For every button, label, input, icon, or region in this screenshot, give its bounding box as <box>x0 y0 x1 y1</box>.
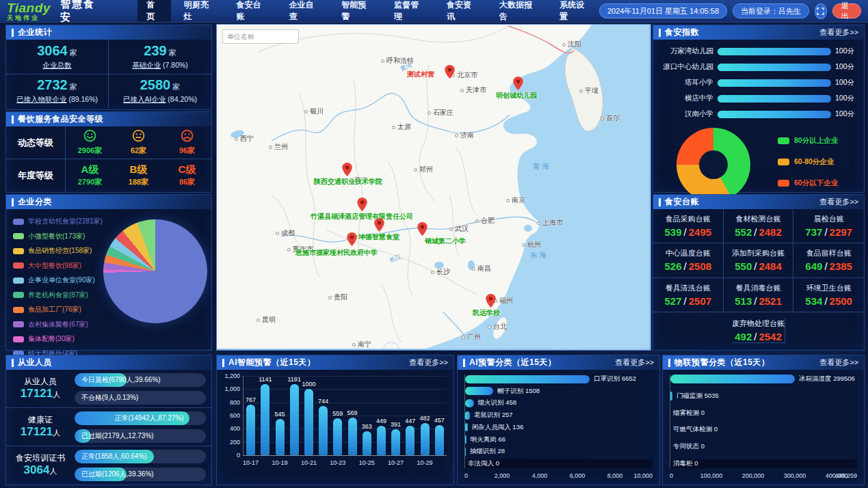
panel-staff: 从业人员 从业人员17121人今日晨检(6790人,39.66%)不合格(9人,… <box>5 355 212 485</box>
view-more-link[interactable]: 查看更多>> <box>819 27 858 38</box>
ledger-label: 餐具清洗台账 <box>666 283 711 293</box>
ledger-value: 534/2500 <box>805 295 852 307</box>
index-score-bar <box>718 79 831 87</box>
panel-header: 企业统计 <box>6 25 211 40</box>
nav-tab-2[interactable]: 明厨亮灶 <box>175 0 224 22</box>
panel-iot-category-chart: 物联预警分类（近15天） 查看更多>> 冰箱温湿度 299506门磁监测 503… <box>662 355 865 485</box>
hbar-row-1: 冰箱温湿度 299506 <box>670 375 857 383</box>
bar <box>333 418 342 455</box>
bar-value-label: 1000 <box>302 381 315 388</box>
map-pin-2[interactable] <box>513 77 523 90</box>
map-search-input[interactable] <box>222 29 299 44</box>
nav-tab-7[interactable]: 食安资讯 <box>438 0 486 22</box>
ledger-cell-10: 废弃物处理台账492/2542 <box>732 318 785 343</box>
bar-group-10-27: 39110-27 <box>391 376 401 455</box>
map-pin-5[interactable] <box>374 218 384 232</box>
map-city-平壤: 平壤 <box>579 90 583 93</box>
city-dot-icon <box>455 134 458 137</box>
nav-tab-9[interactable]: 系统设置 <box>551 0 599 22</box>
panel-enterprise-category: 企业分类 学校含幼托食堂(2281家)小微型餐饮(173家)食品销售经营(158… <box>5 194 212 351</box>
category-legend-item-5: 企事业单位食堂(90家) <box>13 275 103 285</box>
frown-face-icon <box>181 129 194 142</box>
ledger-cell-5: 添加剂采购台账550/2484 <box>724 243 794 277</box>
bar-value-label: 447 <box>405 418 415 424</box>
bar-value-label: 363 <box>362 423 372 430</box>
face-icon-wrap <box>181 129 194 145</box>
city-dot-icon <box>428 111 431 115</box>
map-city-兰州: 兰州 <box>269 146 272 149</box>
hbar-label: 非法闯入 0 <box>468 459 499 468</box>
map-city-首尔: 首尔 <box>601 117 604 120</box>
bar <box>290 384 299 455</box>
panel-title: 食安台账 <box>665 196 699 208</box>
hbar-row-6: 消毒柜 0 <box>670 459 857 468</box>
ledger-cell-2: 食材检测台账552/2482 <box>724 209 794 243</box>
staff-bar-track: 正常(1858人,60.64%) <box>75 450 206 463</box>
index-score-bar <box>718 95 831 103</box>
hbar-row-2: 帽子识别 1508 <box>465 387 653 396</box>
header-tick <box>12 29 14 37</box>
map-pin-8[interactable] <box>486 294 496 308</box>
view-more-link[interactable]: 查看更多>> <box>819 197 858 207</box>
map-pin-1[interactable] <box>445 65 455 79</box>
hbar-row-7: 抽烟识别 28 <box>465 447 653 456</box>
bar-group-10-17: 76710-17 <box>246 376 256 455</box>
bar-group-10-26: 449 <box>376 376 386 455</box>
map-city-贵阳: 贵阳 <box>328 296 332 299</box>
city-dot-icon <box>381 59 384 63</box>
bar-group-10-19: 54510-19 <box>275 376 285 455</box>
staff-row-label: 健康证17121人 <box>6 415 75 439</box>
location-pin-icon <box>347 232 357 246</box>
nav-tab-1[interactable]: 首页 <box>137 0 170 22</box>
staff-row-label: 从业人员17121人 <box>6 377 75 401</box>
city-label: 南宁 <box>358 340 371 349</box>
legend-swatch-icon <box>13 292 24 298</box>
city-label: 广州 <box>467 332 481 342</box>
map-pin-4[interactable] <box>357 198 367 211</box>
x-tick-label: 449,259 <box>834 472 857 479</box>
nav-tab-3[interactable]: 食安台账 <box>228 0 276 22</box>
bar-value-label: 744 <box>318 398 328 405</box>
fullscreen-button[interactable] <box>815 3 827 19</box>
city-label: 长沙 <box>436 267 450 277</box>
city-label: 银川 <box>310 107 324 116</box>
panel-title: 餐饮服务食品安全等级 <box>18 113 103 125</box>
location-pin-icon <box>342 163 352 176</box>
nav-tab-4[interactable]: 企业自查 <box>280 0 328 22</box>
panel-safety-level: 餐饮服务食品安全等级 动态等级2906家62家96家年度等级A级2790家B级1… <box>5 111 212 193</box>
nav-tab-5[interactable]: 智能预警 <box>332 0 381 22</box>
annual-grade: C级 <box>179 163 196 176</box>
stat-label: 企业总数 <box>43 61 72 70</box>
ledger-label: 废弃物处理台账 <box>732 318 785 329</box>
map-pin-3[interactable] <box>342 163 352 176</box>
map-pin-6[interactable] <box>417 222 428 236</box>
nav-tab-8[interactable]: 大数据报告 <box>490 0 547 22</box>
ledger-label: 食品采购台账 <box>666 214 711 224</box>
hbar-fill <box>465 411 470 420</box>
view-more-link[interactable]: 查看更多>> <box>615 357 654 368</box>
nav-tab-6[interactable]: 监督管理 <box>385 0 434 22</box>
city-label: 济南 <box>460 131 474 140</box>
enterprise-stats-grid: 3064家企业总数239家基础企业 (7.80%)2732家已接入物联企业 (8… <box>6 40 211 108</box>
y-tick-label: 200 <box>220 439 240 446</box>
map-pin-label: 竹溪县福泽酒店管理有限责任公司 <box>311 212 413 221</box>
city-dot-icon <box>257 318 260 322</box>
staff-bar-track: 已过期(2179人,12.73%) <box>75 429 206 443</box>
neutral-face-icon <box>132 129 145 142</box>
view-more-link[interactable]: 查看更多>> <box>819 357 858 368</box>
view-more-link[interactable]: 查看更多>> <box>409 357 448 368</box>
china-map-panel[interactable]: 沈阳呼和浩特北京市天津市银川石家庄太原济南西宁兰州郑州西安南京上海市合肥武汉杭州… <box>216 24 651 351</box>
staff-total: 3064人 <box>24 463 57 477</box>
map-pin-7[interactable] <box>347 232 357 246</box>
staff-bars: 今日晨检(6790人,39.66%)不合格(9人,0.13%) <box>75 373 211 405</box>
panel-header: 企业分类 <box>6 195 211 209</box>
panel-title: 食安指数 <box>665 27 699 38</box>
x-tick-label: 10-21 <box>301 459 317 466</box>
city-dot-icon <box>562 43 566 46</box>
x-tick-label: 100,000 <box>700 472 723 479</box>
ledger-cell-8: 餐具消毒台账513/2521 <box>724 278 794 312</box>
hbar-label: 可燃气体检测 0 <box>673 425 718 434</box>
city-dot-icon <box>472 267 475 271</box>
logout-button[interactable]: 退出 <box>832 3 861 18</box>
city-label: 昆明 <box>262 315 276 325</box>
